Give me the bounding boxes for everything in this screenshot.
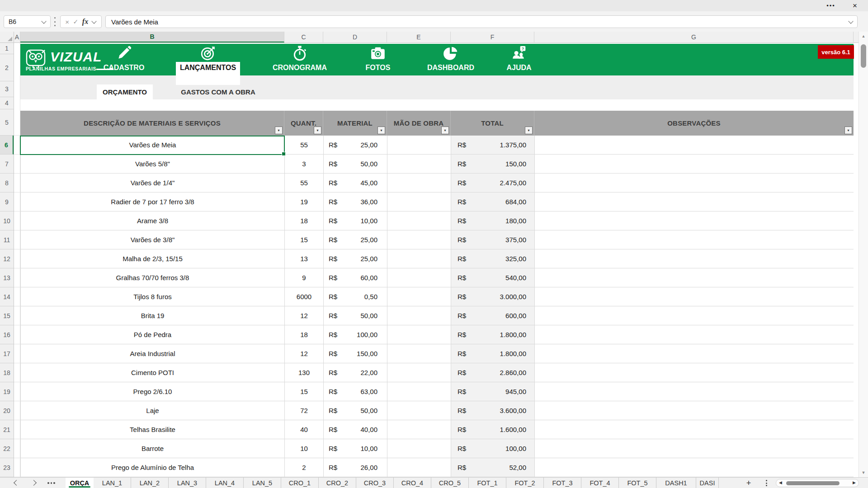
cell-labor-cost[interactable] xyxy=(387,174,451,192)
cell-description[interactable]: Gralhas 70/70 ferros 3/8 xyxy=(21,268,285,287)
formula-input[interactable]: Varões de Meia xyxy=(105,15,858,28)
cell-quantity[interactable]: 18 xyxy=(285,211,324,230)
cancel-entry-icon[interactable]: × xyxy=(65,18,69,26)
cell-material-cost[interactable]: R$63,00 xyxy=(324,382,387,401)
column-header-b[interactable]: B xyxy=(20,32,284,42)
cell-observations[interactable] xyxy=(535,401,854,420)
cell-labor-cost[interactable] xyxy=(387,363,451,382)
cell-material-cost[interactable]: R$50,00 xyxy=(324,401,387,420)
formula-bar-expand-icon[interactable] xyxy=(848,19,853,23)
row-header-23[interactable]: 23 xyxy=(0,458,14,477)
row-header-12[interactable]: 12 xyxy=(0,249,14,268)
cell-total[interactable]: R$2.475,00 xyxy=(451,174,535,192)
cell-labor-cost[interactable] xyxy=(387,155,451,174)
sheet-tab-cro_3[interactable]: CRO_3 xyxy=(356,478,394,488)
row-header-13[interactable]: 13 xyxy=(0,268,14,287)
sheet-tab-fot_5[interactable]: FOT_5 xyxy=(619,478,656,488)
cell-labor-cost[interactable] xyxy=(387,420,451,439)
column-header-a[interactable]: A xyxy=(14,32,20,42)
cell-observations[interactable] xyxy=(535,211,854,230)
cell-total[interactable]: R$1.600,00 xyxy=(451,420,535,439)
cell-quantity[interactable]: 12 xyxy=(285,344,324,363)
cell-quantity[interactable]: 10 xyxy=(285,439,324,458)
cell-observations[interactable] xyxy=(535,420,854,439)
cell-labor-cost[interactable] xyxy=(387,211,451,230)
cell-total[interactable]: R$375,00 xyxy=(451,230,535,249)
nav-tab-cadastro[interactable]: CADASTRO xyxy=(90,44,158,75)
name-box[interactable]: B6 xyxy=(4,15,51,28)
cell-material-cost[interactable]: R$25,00 xyxy=(324,249,387,268)
filter-dropdown-icon[interactable]: ▼ xyxy=(314,127,321,134)
cell-material-cost[interactable]: R$100,00 xyxy=(324,325,387,344)
nav-tab-cronograma[interactable]: CRONOGRAMA xyxy=(266,44,334,75)
cell-total[interactable]: R$1.800,00 xyxy=(451,325,535,344)
cell-labor-cost[interactable] xyxy=(387,401,451,420)
vertical-scrollbar-thumb[interactable] xyxy=(861,44,866,68)
nav-tab-lançamentos[interactable]: LANÇAMENTOS xyxy=(174,44,242,75)
cell-description[interactable]: Prego 2/6.10 xyxy=(21,382,285,401)
sheet-tab-lan_4[interactable]: LAN_4 xyxy=(206,478,244,488)
cell-labor-cost[interactable] xyxy=(387,382,451,401)
cell-quantity[interactable]: 2 xyxy=(285,458,324,477)
cell-labor-cost[interactable] xyxy=(387,344,451,363)
nav-tab-dashboard[interactable]: DASHBOARD xyxy=(417,44,485,75)
row-header-1[interactable]: 1 xyxy=(0,43,14,54)
cell-material-cost[interactable]: R$36,00 xyxy=(324,192,387,211)
sheet-tab-fot_4[interactable]: FOT_4 xyxy=(581,478,619,488)
cell-total[interactable]: R$100,00 xyxy=(451,439,535,458)
cell-total[interactable]: R$2.860,00 xyxy=(451,363,535,382)
cell-material-cost[interactable]: R$10,00 xyxy=(324,439,387,458)
add-sheet-icon[interactable]: + xyxy=(744,478,754,488)
row-header-17[interactable]: 17 xyxy=(0,344,14,363)
sheet-tab-fot_2[interactable]: FOT_2 xyxy=(506,478,544,488)
cell-description[interactable]: Brita 19 xyxy=(21,306,285,325)
cell-labor-cost[interactable] xyxy=(387,325,451,344)
column-header-d[interactable]: D xyxy=(323,32,387,42)
cell-observations[interactable] xyxy=(535,363,854,382)
cell-labor-cost[interactable] xyxy=(387,192,451,211)
cell-quantity[interactable]: 19 xyxy=(285,192,324,211)
cell-material-cost[interactable]: R$50,00 xyxy=(324,306,387,325)
cell-quantity[interactable]: 15 xyxy=(285,382,324,401)
sheet-tab-fot_1[interactable]: FOT_1 xyxy=(469,478,506,488)
row-header-2[interactable]: 2 xyxy=(0,54,14,81)
cell-observations[interactable] xyxy=(535,382,854,401)
window-more-button[interactable]: ••• xyxy=(822,0,840,11)
row-header-21[interactable]: 21 xyxy=(0,420,14,439)
cell-quantity[interactable]: 13 xyxy=(285,249,324,268)
cell-total[interactable]: R$600,00 xyxy=(451,306,535,325)
cell-observations[interactable] xyxy=(535,306,854,325)
cell-description[interactable]: Barrote xyxy=(21,439,285,458)
cell-labor-cost[interactable] xyxy=(387,268,451,287)
cell-material-cost[interactable]: R$22,00 xyxy=(324,363,387,382)
row-header-22[interactable]: 22 xyxy=(0,439,14,458)
cell-observations[interactable] xyxy=(535,325,854,344)
cell-quantity[interactable]: 55 xyxy=(285,136,324,155)
column-header-e[interactable]: E xyxy=(387,32,451,42)
scroll-down-icon[interactable]: ▼ xyxy=(859,469,868,476)
cell-labor-cost[interactable] xyxy=(387,458,451,477)
cell-total[interactable]: R$540,00 xyxy=(451,268,535,287)
column-a-empty[interactable] xyxy=(14,43,20,477)
cell-quantity[interactable]: 15 xyxy=(285,230,324,249)
cell-quantity[interactable]: 3 xyxy=(285,155,324,174)
cell-description[interactable]: Areia Industrial xyxy=(21,344,285,363)
row-header-8[interactable]: 8 xyxy=(0,174,14,192)
row-header-18[interactable]: 18 xyxy=(0,363,14,382)
cell-observations[interactable] xyxy=(535,249,854,268)
cell-material-cost[interactable]: R$0,50 xyxy=(324,287,387,306)
insert-function-icon[interactable]: fx xyxy=(82,18,88,26)
sheet-tab-cro_4[interactable]: CRO_4 xyxy=(394,478,431,488)
row-header-4[interactable]: 4 xyxy=(0,97,14,109)
cell-observations[interactable] xyxy=(535,155,854,174)
cell-total[interactable]: R$945,00 xyxy=(451,382,535,401)
horizontal-scrollbar-thumb[interactable] xyxy=(786,481,840,485)
filter-dropdown-icon[interactable]: ▼ xyxy=(441,127,449,134)
cell-total[interactable]: R$325,00 xyxy=(451,249,535,268)
nav-tab-ajuda[interactable]: ?AJUDA xyxy=(485,44,553,75)
sheet-tab-lan_5[interactable]: LAN_5 xyxy=(244,478,281,488)
row-header-14[interactable]: 14 xyxy=(0,287,14,306)
row-header-10[interactable]: 10 xyxy=(0,211,14,230)
cell-material-cost[interactable]: R$150,00 xyxy=(324,344,387,363)
filter-dropdown-icon[interactable]: ▼ xyxy=(844,127,852,134)
